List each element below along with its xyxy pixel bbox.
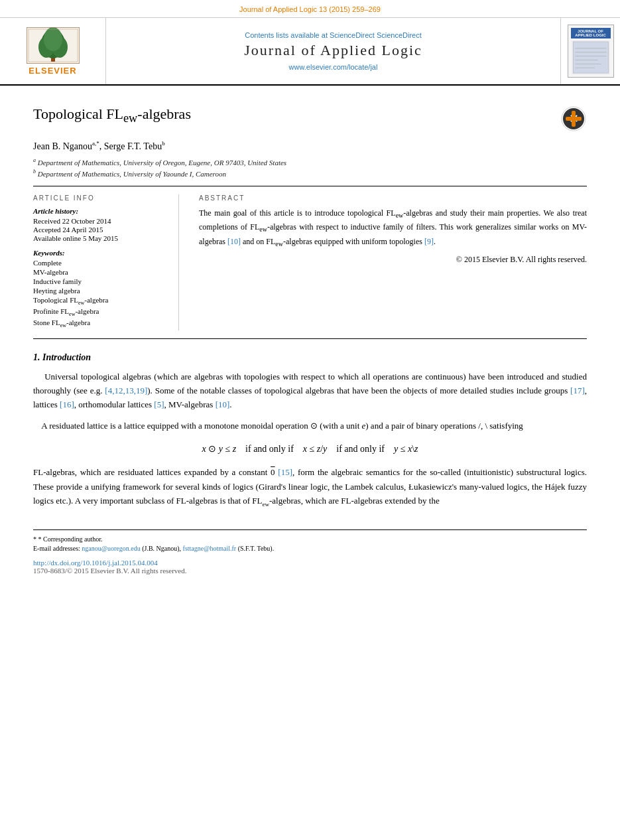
elsevier-logo: ELSEVIER bbox=[27, 27, 80, 76]
top-bar: Journal of Applied Logic 13 (2015) 259–2… bbox=[0, 0, 620, 18]
ref-16: [16] bbox=[60, 399, 74, 409]
crossmark-icon: ✕ bbox=[560, 105, 587, 132]
science-direct-link[interactable]: ScienceDirect bbox=[330, 31, 375, 39]
keyword-profinite: Profinite FLew-algebra bbox=[33, 307, 165, 317]
corresponding-author-note: * * Corresponding author. bbox=[33, 535, 587, 543]
accepted-date: Accepted 24 April 2015 bbox=[33, 226, 165, 234]
article-title-text: Topological FLew-algebras bbox=[33, 105, 554, 125]
affil-b-text: Department of Mathematics, University of… bbox=[38, 170, 226, 178]
abstract-heading: ABSTRACT bbox=[199, 194, 587, 202]
email1-label: (J.B. Nganou), bbox=[142, 545, 181, 552]
title-main: Topological FLew-algebras bbox=[33, 105, 191, 122]
journal-info-center: Contents lists available at ScienceDirec… bbox=[106, 18, 560, 84]
corresponding-label: * Corresponding author. bbox=[38, 535, 103, 543]
journal-ref-link[interactable]: Journal of Applied Logic 13 (2015) 259–2… bbox=[239, 5, 381, 13]
journal-header: ELSEVIER Contents lists available at Sci… bbox=[0, 18, 620, 86]
article-title-row: Topological FLew-algebras ✕ bbox=[33, 105, 587, 132]
author2-name: , Serge F.T. Tebu bbox=[99, 141, 162, 151]
email-footnote: E-mail addresses: nganou@uoregon.edu (J.… bbox=[33, 545, 587, 552]
keyword-complete: Complete bbox=[33, 259, 165, 267]
abstract-copyright: © 2015 Elsevier B.V. All rights reserved… bbox=[199, 255, 587, 265]
affiliation-b: b Department of Mathematics, University … bbox=[33, 169, 587, 178]
ref-15: [15] bbox=[278, 467, 292, 477]
author2-sup: b bbox=[162, 140, 165, 147]
journal-url[interactable]: www.elsevier.com/locate/jal bbox=[289, 63, 378, 71]
elsevier-tree-icon bbox=[27, 27, 80, 64]
affil-b-sup: b bbox=[33, 169, 36, 175]
keyword-mv: MV-algebra bbox=[33, 268, 165, 276]
header-divider bbox=[33, 186, 587, 186]
doi-text: http://dx.doi.org/10.1016/j.jal.2015.04.… bbox=[33, 559, 158, 567]
email2-label: (S.F.T. Tebu). bbox=[238, 545, 275, 552]
history-label: Article history: bbox=[33, 207, 165, 215]
science-direct-text: ScienceDirect bbox=[377, 31, 422, 39]
abstract-divider bbox=[33, 338, 587, 339]
ref-17: [17] bbox=[570, 385, 585, 395]
author1-name: Jean B. Nganou bbox=[33, 141, 92, 151]
svg-rect-20 bbox=[572, 111, 576, 127]
keywords-label: Keywords: bbox=[33, 249, 165, 257]
journal-icon-label: JOURNAL OFAPPLIED LOGIC bbox=[571, 28, 611, 38]
journal-icon-section: JOURNAL OFAPPLIED LOGIC bbox=[560, 18, 620, 84]
ref-10b: [10] bbox=[216, 399, 230, 409]
contents-prefix: Contents lists available at bbox=[245, 31, 328, 39]
available-date: Available online 5 May 2015 bbox=[33, 234, 165, 242]
journal-cover-image bbox=[572, 40, 610, 74]
contents-line: Contents lists available at ScienceDirec… bbox=[245, 31, 422, 39]
article-info-section: ARTICLE INFO Article history: Received 2… bbox=[33, 194, 179, 330]
info-abstract-row: ARTICLE INFO Article history: Received 2… bbox=[33, 194, 587, 330]
main-content: Topological FLew-algebras ✕ Jean B. Ngan… bbox=[0, 86, 620, 588]
email1-link[interactable]: nganou@uoregon.edu bbox=[82, 545, 140, 552]
intro-para2: A residuated lattice is a lattice equipp… bbox=[33, 419, 587, 433]
received-date: Received 22 October 2014 bbox=[33, 217, 165, 225]
svg-point-5 bbox=[44, 27, 62, 51]
affil-a-text: Department of Mathematics, University of… bbox=[38, 158, 286, 166]
affiliation-a: a Department of Mathematics, University … bbox=[33, 157, 587, 167]
doi-line[interactable]: http://dx.doi.org/10.1016/j.jal.2015.04.… bbox=[33, 559, 587, 567]
intro-para3: FL-algebras, which are residuated lattic… bbox=[33, 465, 587, 509]
keyword-inductive: Inductive family bbox=[33, 277, 165, 285]
ref-4-12-13-19: [4,12,13,19] bbox=[105, 385, 147, 395]
email2-link[interactable]: fsttagne@hotmail.fr bbox=[183, 545, 237, 552]
intro-para1: Universal topological algebras (which ar… bbox=[33, 370, 587, 412]
abstract-section: ABSTRACT The main goal of this article i… bbox=[199, 194, 587, 330]
math-equation: x ⊙ y ≤ z if and only if x ≤ z/y if and … bbox=[33, 443, 587, 455]
issn-copyright-line: 1570-8683/© 2015 Elsevier B.V. All right… bbox=[33, 567, 587, 575]
keyword-topological-fl: Topological FLew-algebra bbox=[33, 296, 165, 306]
author1-sup: a,* bbox=[92, 140, 99, 147]
keyword-stone: Stone FLew-algebra bbox=[33, 318, 165, 328]
footer-section: * * Corresponding author. E-mail address… bbox=[33, 529, 587, 575]
article-info-heading: ARTICLE INFO bbox=[33, 194, 165, 202]
abstract-text: The main goal of this article is to intr… bbox=[199, 207, 587, 249]
email-line-label: E-mail addresses: bbox=[33, 545, 80, 552]
keyword-heyting: Heyting algebra bbox=[33, 287, 165, 295]
journal-title: Journal of Applied Logic bbox=[244, 42, 422, 59]
ref-9: [9] bbox=[424, 237, 434, 246]
ref-10: [10] bbox=[227, 237, 241, 246]
authors-line: Jean B. Nganoua,*, Serge F.T. Tebub bbox=[33, 140, 587, 152]
svg-rect-9 bbox=[573, 42, 608, 73]
journal-cover-icon: JOURNAL OFAPPLIED LOGIC bbox=[568, 25, 614, 78]
elsevier-brand-text: ELSEVIER bbox=[29, 66, 76, 76]
ref-5: [5] bbox=[154, 399, 164, 409]
affil-a-sup: a bbox=[33, 157, 36, 163]
elsevier-logo-section: ELSEVIER bbox=[0, 18, 106, 84]
intro-heading: 1. Introduction bbox=[33, 352, 587, 363]
